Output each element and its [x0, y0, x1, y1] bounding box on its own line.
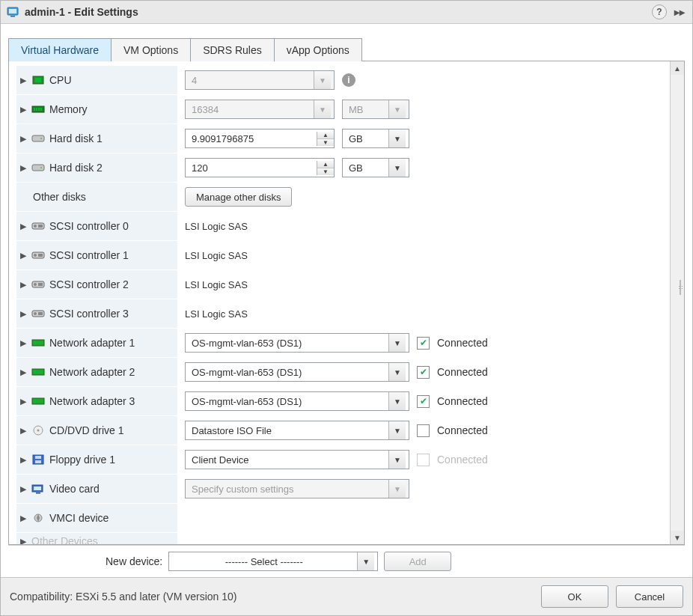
row-hard-disk-2: ▶ Hard disk 2 120 ▲▼ GB ▼	[9, 153, 670, 183]
expand-net1[interactable]: ▶	[19, 338, 27, 348]
scroll-grip-icon[interactable]: ∷	[680, 280, 681, 295]
stepper-up-icon[interactable]: ▲	[317, 132, 334, 139]
expand-hd2[interactable]: ▶	[19, 163, 27, 173]
tab-vapp-options[interactable]: vApp Options	[274, 38, 362, 61]
row-scsi-2: ▶ SCSI controller 2 LSI Logic SAS	[9, 270, 670, 299]
cd-connected-checkbox[interactable]	[417, 424, 430, 437]
row-memory: ▶ Memory 16384 ▼ MB ▼	[9, 95, 670, 124]
svg-rect-34	[38, 400, 43, 402]
hd1-size-input[interactable]: 9.9091796875 ▲▼	[185, 129, 335, 148]
net3-connected-checkbox[interactable]	[417, 395, 430, 408]
stepper-down-icon[interactable]: ▼	[317, 139, 334, 146]
tab-virtual-hardware[interactable]: Virtual Hardware	[8, 38, 112, 61]
svg-rect-12	[32, 165, 44, 171]
svg-rect-2	[10, 16, 15, 17]
vmci-label: VMCI device	[49, 512, 109, 524]
new-device-select[interactable]: ------- Select ------- ▼	[168, 552, 378, 571]
scroll-down-icon[interactable]: ▼	[671, 531, 684, 544]
chevron-down-icon: ▼	[314, 100, 331, 118]
expand-vmci[interactable]: ▶	[19, 513, 27, 523]
tab-strip: Virtual Hardware VM Options SDRS Rules v…	[8, 37, 685, 61]
info-icon[interactable]: i	[342, 73, 355, 87]
network-adapter-icon	[31, 367, 45, 377]
svg-rect-31	[38, 371, 43, 373]
cancel-button[interactable]: Cancel	[616, 585, 683, 608]
svg-point-21	[34, 283, 37, 286]
new-device-row: New device: ------- Select ------- ▼ Add	[8, 545, 685, 577]
chevron-down-icon: ▼	[388, 480, 406, 498]
memory-input[interactable]: 16384 ▼	[185, 100, 335, 119]
net2-label: Network adapter 2	[49, 366, 135, 378]
cd-select[interactable]: Datastore ISO File ▼	[185, 421, 409, 440]
scsi-controller-icon	[31, 250, 45, 260]
add-device-button[interactable]: Add	[384, 552, 451, 571]
scsi1-label: SCSI controller 1	[49, 249, 129, 261]
cpu-select[interactable]: 4 ▼	[185, 70, 335, 90]
scroll-up-icon[interactable]: ▲	[671, 61, 684, 75]
chevron-down-icon: ▼	[388, 363, 406, 381]
floppy-select[interactable]: Client Device ▼	[185, 450, 409, 469]
net1-select[interactable]: OS-mgmt-vlan-653 (DS1) ▼	[185, 333, 409, 353]
expand-floppy[interactable]: ▶	[19, 455, 27, 465]
help-button[interactable]: ?	[652, 4, 667, 19]
row-floppy: ▶ Floppy drive 1 Client Device ▼ Connect…	[9, 445, 670, 475]
floppy-connected-label: Connected	[437, 454, 488, 466]
svg-rect-38	[35, 456, 41, 459]
expand-scsi3[interactable]: ▶	[19, 309, 27, 319]
expand-cpu[interactable]: ▶	[19, 76, 27, 85]
manage-other-disks-button[interactable]: Manage other disks	[185, 187, 292, 207]
hd2-unit-select[interactable]: GB ▼	[342, 158, 409, 177]
svg-rect-25	[38, 312, 43, 315]
row-network-3: ▶ Network adapter 3 OS-mgmt-vlan-653 (DS…	[9, 387, 670, 416]
hd2-size-input[interactable]: 120 ▲▼	[185, 158, 335, 177]
chevron-down-icon: ▼	[388, 421, 406, 439]
chevron-down-icon: ▼	[357, 552, 374, 570]
memory-unit-select[interactable]: MB ▼	[342, 100, 409, 119]
net3-label: Network adapter 3	[49, 395, 135, 407]
net1-connected-checkbox[interactable]	[417, 337, 430, 350]
stepper-up-icon[interactable]: ▲	[317, 161, 334, 168]
expand-memory[interactable]: ▶	[19, 105, 27, 115]
net2-select[interactable]: OS-mgmt-vlan-653 (DS1) ▼	[185, 362, 409, 382]
vertical-scrollbar[interactable]: ▲ ∷ ▼	[670, 61, 684, 544]
svg-rect-7	[36, 108, 37, 111]
expand-scsi0[interactable]: ▶	[19, 222, 27, 231]
scsi1-value: LSI Logic SAS	[185, 250, 248, 261]
expand-scsi1[interactable]: ▶	[19, 251, 27, 260]
net1-label: Network adapter 1	[49, 337, 135, 349]
expand-hd1[interactable]: ▶	[19, 134, 27, 144]
svg-rect-8	[38, 108, 40, 111]
svg-rect-41	[34, 487, 41, 490]
edit-settings-dialog: admin-1 - Edit Settings ? ▸▸ Virtual Har…	[0, 0, 693, 616]
tab-vm-options[interactable]: VM Options	[111, 38, 191, 61]
hd1-unit-select[interactable]: GB ▼	[342, 129, 409, 148]
tab-sdrs-rules[interactable]: SDRS Rules	[190, 38, 275, 61]
chevron-down-icon: ▼	[388, 159, 406, 177]
chevron-down-icon: ▼	[388, 100, 406, 118]
expand-other[interactable]: ▶	[19, 537, 27, 545]
expand-video[interactable]: ▶	[19, 484, 27, 494]
chevron-down-icon: ▼	[388, 392, 406, 410]
net2-connected-checkbox[interactable]	[417, 366, 430, 379]
expand-cd[interactable]: ▶	[19, 426, 27, 436]
expand-net3[interactable]: ▶	[19, 397, 27, 406]
scsi-controller-icon	[31, 221, 45, 231]
network-adapter-icon	[31, 396, 45, 406]
net3-select[interactable]: OS-mgmt-vlan-653 (DS1) ▼	[185, 391, 409, 411]
stepper-down-icon[interactable]: ▼	[317, 168, 334, 175]
expand-button[interactable]: ▸▸	[673, 5, 686, 19]
video-select[interactable]: Specify custom settings ▼	[185, 479, 409, 498]
svg-point-15	[34, 225, 37, 228]
ok-button[interactable]: OK	[541, 585, 608, 608]
svg-rect-6	[34, 108, 35, 111]
video-label: Video card	[49, 483, 100, 495]
row-video-card: ▶ Video card Specify custom settings ▼	[9, 475, 670, 504]
floppy-icon	[31, 454, 45, 465]
expand-scsi2[interactable]: ▶	[19, 280, 27, 290]
svg-rect-1	[9, 9, 16, 13]
scsi0-value: LSI Logic SAS	[185, 221, 248, 232]
expand-net2[interactable]: ▶	[19, 368, 27, 377]
svg-rect-4	[35, 78, 41, 82]
scsi2-value: LSI Logic SAS	[185, 279, 248, 290]
svg-rect-16	[38, 225, 43, 228]
